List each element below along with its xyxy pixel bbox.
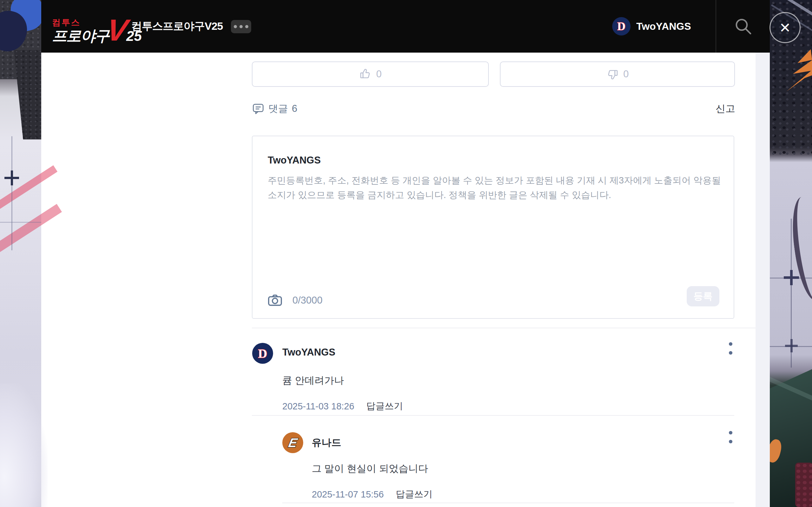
logo-line2: 프로야구 xyxy=(52,28,109,43)
comment-text: 그 말이 현실이 되었습니다 xyxy=(312,462,428,475)
comments-bar: 댓글 6 신고 xyxy=(252,101,735,116)
comment-author: TwoYANGS xyxy=(282,347,335,358)
background-art-right xyxy=(770,0,812,507)
reply-link[interactable]: 답글쓰기 xyxy=(366,400,403,412)
char-counter: 0/3000 xyxy=(293,295,322,306)
dislike-count: 0 xyxy=(623,68,629,80)
comment-avatar: E xyxy=(282,432,303,453)
section-divider xyxy=(252,328,756,328)
report-link[interactable]: 신고 xyxy=(716,102,735,115)
header-bar: 컴투스 프로야구 V 25 컴투스프로야구V25 D TwoYANGS xyxy=(41,0,770,53)
art-pattern xyxy=(795,463,812,507)
art-crosshair xyxy=(11,170,13,185)
dot-icon xyxy=(234,25,237,28)
thumbs-down-icon xyxy=(606,68,619,80)
user-name: TwoYANGS xyxy=(636,20,691,32)
dot-icon xyxy=(729,342,732,346)
reply-link[interactable]: 답글쓰기 xyxy=(396,488,433,501)
thumbs-up-icon xyxy=(359,68,372,80)
like-button[interactable]: 0 xyxy=(252,61,489,87)
comment-input-placeholder[interactable]: 주민등록번호, 주소, 전화번호 등 개인을 알아볼 수 있는 정보가 포함된 … xyxy=(268,173,722,202)
app-root: 컴투스 프로야구 V 25 컴투스프로야구V25 D TwoYANGS ✕ xyxy=(0,0,812,507)
comment-date: 2025-11-03 18:26 xyxy=(282,401,354,412)
comment-avatar: D xyxy=(252,343,273,364)
logo-text: 컴투스 프로야구 xyxy=(52,18,109,43)
dot-icon xyxy=(729,431,732,435)
close-button[interactable]: ✕ xyxy=(769,12,801,43)
like-count: 0 xyxy=(376,68,382,80)
art-figure xyxy=(0,383,48,507)
submit-comment-button[interactable]: 등록 xyxy=(687,286,719,306)
background-art-left xyxy=(0,0,41,507)
art-line xyxy=(11,136,12,250)
avatar-letter: E xyxy=(287,436,299,450)
header-divider xyxy=(716,0,716,53)
more-menu-button[interactable] xyxy=(231,20,251,33)
art-crosshair xyxy=(791,339,793,352)
scrollbar-track[interactable] xyxy=(756,53,770,507)
search-icon[interactable] xyxy=(734,17,753,36)
comment-text: 큠 안데려가나 xyxy=(282,374,344,387)
logo-line1: 컴투스 xyxy=(52,18,109,27)
dot-icon xyxy=(729,440,732,443)
comment-meta: 2025-11-07 15:56 답글쓰기 xyxy=(312,488,433,501)
dot-icon xyxy=(245,25,248,28)
camera-icon[interactable] xyxy=(267,292,283,308)
art-pink-stripe xyxy=(0,204,62,257)
comment-options-button[interactable] xyxy=(728,342,733,354)
comment-author: 유나드 xyxy=(312,436,341,449)
comment-form[interactable]: TwoYANGS 주민등록번호, 주소, 전화번호 등 개인을 알아볼 수 있는… xyxy=(252,135,734,319)
logo-v-mark: V xyxy=(105,17,129,43)
comment-bubble-icon xyxy=(252,102,264,115)
art-line xyxy=(0,222,41,223)
user-avatar: D xyxy=(612,17,630,36)
art-crosshair xyxy=(790,270,793,285)
avatar-letter: D xyxy=(617,20,625,33)
comment-divider xyxy=(282,503,734,503)
comment-date: 2025-11-07 15:56 xyxy=(312,489,384,500)
dot-icon xyxy=(240,25,243,28)
page-title: 컴투스프로야구V25 xyxy=(131,0,223,53)
dot-icon xyxy=(729,351,732,354)
comments-count-group: 댓글 6 xyxy=(252,102,297,115)
close-icon: ✕ xyxy=(779,20,791,36)
comment-options-button[interactable] xyxy=(728,431,733,443)
avatar-letter: D xyxy=(258,346,267,361)
comment-meta: 2025-11-03 18:26 답글쓰기 xyxy=(282,400,403,412)
comments-count: 6 xyxy=(292,103,297,114)
comments-label: 댓글 xyxy=(268,102,288,115)
art-pink-stripe xyxy=(0,165,57,213)
form-author-name: TwoYANGS xyxy=(268,155,321,166)
dislike-button[interactable]: 0 xyxy=(500,61,735,87)
app-logo: 컴투스 프로야구 V 25 xyxy=(52,9,142,43)
comment-divider xyxy=(252,415,734,416)
header-user[interactable]: D TwoYANGS xyxy=(612,0,691,53)
